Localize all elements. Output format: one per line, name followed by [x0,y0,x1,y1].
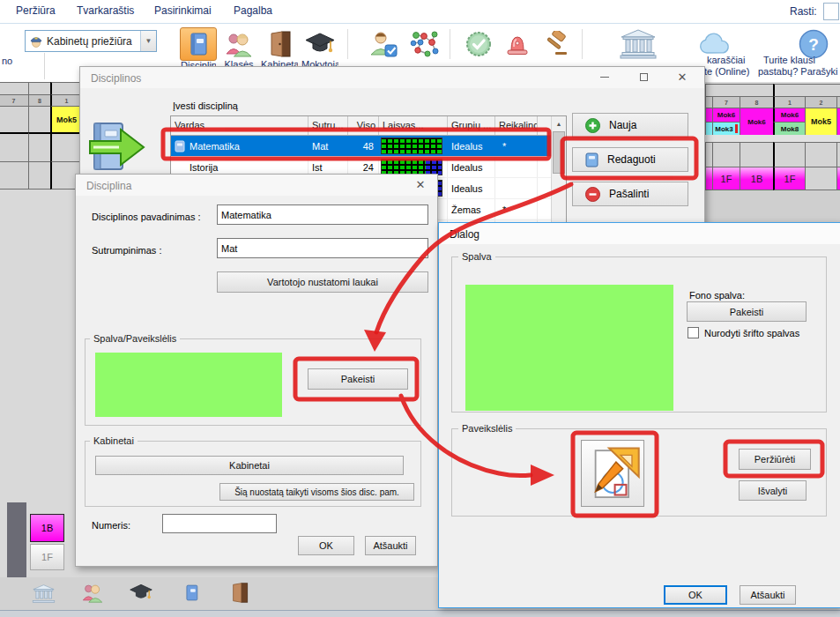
students-icon[interactable] [81,582,104,604]
timetable-cell[interactable]: Mok8 [773,122,806,136]
book-icon [585,152,598,167]
left-caption-fragment: no [2,56,12,66]
subject-color-swatch[interactable] [95,353,282,417]
class-button-1b[interactable]: 1B [30,514,64,542]
graduation-cap-icon [304,31,336,57]
view-picture-button[interactable]: Peržiūrėti [739,449,811,470]
ok-button[interactable]: OK [664,585,727,605]
list-label: Įvesti discipliną [173,100,238,111]
toolbar-rooms-button[interactable]: Kabinetai [261,27,298,61]
picture-group-label: Paveikslėlis [458,423,516,434]
class-button-1f[interactable]: 1F [30,544,64,570]
find-input[interactable] [823,3,839,20]
timetable-cell[interactable]: Mok3 [712,122,740,136]
bank-icon[interactable] [32,584,56,604]
delete-button[interactable]: Pašalinti [572,182,688,206]
chevron-down-icon[interactable]: ▼ [140,31,156,51]
number-input[interactable] [162,514,277,533]
name-label: Disciplinos pavadinimas : [92,212,201,222]
online-caption-line1: karaščiai [707,55,745,65]
molecule-icon [409,30,439,58]
toolbar-supervision-button[interactable] [365,27,402,61]
new-button[interactable]: Nauja [572,113,688,138]
timetable-cell[interactable]: 1F [712,167,740,190]
disciplina-dialog: Disciplina ✕ Disciplinos pavadinimas : S… [75,174,438,567]
menu-pagalba[interactable]: Pagalba [234,4,272,17]
timetable-cell[interactable]: Mok6 [712,108,740,123]
mode-selector-dropdown[interactable]: Kabinetų priežiūra ▼ [25,30,157,52]
change-color-button[interactable]: Pakeisti [308,368,408,390]
toolbar-relations-button[interactable] [405,27,442,61]
toolbar-teachers-button[interactable]: Mokytojai [301,27,338,61]
scroll-up-icon[interactable]: ▲ [552,116,566,130]
abbr-input[interactable] [217,238,428,258]
side-strip [7,502,26,578]
timetable-cell[interactable]: 1F [773,167,806,190]
period-header: 1 [773,96,806,108]
background-color-label: Fono spalva: [689,290,745,301]
menu-tvarkarastis[interactable]: Tvarkaraštis [77,4,134,17]
availability-grid [381,138,442,154]
toolbar-gavel-button[interactable] [538,27,575,61]
timetable-cell[interactable]: Mok6 [773,108,806,123]
table-row[interactable]: Matematika Mat 48 Idealus * [171,136,566,157]
graduation-cap-icon[interactable] [129,583,153,603]
minimize-button[interactable] [590,67,620,86]
color-picture-group-label: Spalva/Paveikslėlis [90,333,180,344]
mode-selector-value: Kabinetų priežiūra [43,35,140,48]
book-icon [175,140,185,152]
font-color-checkbox[interactable] [688,327,699,338]
abbr-label: Sutrumpinimas : [92,245,161,256]
custom-fields-button[interactable]: Vartotojo nustatomi laukai [217,271,428,293]
toolbar-verify-button[interactable] [460,27,497,61]
background-color-swatch[interactable] [465,285,673,411]
bank-icon [619,29,658,59]
name-input[interactable] [217,204,428,225]
toolbar-alert-button[interactable] [499,27,536,61]
timetable-cell[interactable]: 1B [740,167,774,190]
timetable-grid-left: 7 8 1 Mok5 [0,82,80,198]
toolbar-separator [450,29,450,59]
subject-arrow-icon [89,122,145,173]
plus-icon [585,118,600,133]
disciplinos-titlebar[interactable]: Disciplinos ✕ [80,67,704,88]
online-caption-line2: te (Online) [704,66,749,77]
table-header[interactable]: Vardas Sutru... Viso Laisvas... Grupių .… [171,116,566,136]
door-icon[interactable] [229,582,249,604]
change-background-button[interactable]: Pakeisti [687,301,807,322]
period-header: 7 [712,96,740,108]
timetable-cell[interactable]: Mok5 [805,108,837,136]
color-group-label: Spalva [458,251,495,262]
help-caption-line2: pastabų? Parašyki [758,66,838,77]
toolbar-subjects-button[interactable]: Disciplinos [180,27,217,61]
close-button[interactable]: ✕ [405,175,435,194]
cancel-button[interactable]: Atšaukti [365,536,416,555]
toolbar-school-button[interactable] [617,27,659,61]
rooms-button[interactable]: Kabinetai [95,456,404,475]
rooms-group-label: Kabinetai [90,435,138,446]
scrollbar-thumb[interactable] [553,131,565,174]
menu-pasirinkimai[interactable]: Pasirinkimai [154,4,212,17]
table-scrollbar[interactable]: ▲ [551,116,566,229]
font-color-checkbox-label: Nurodyti šrifto spalvas [704,328,799,338]
picture-preview[interactable] [581,440,644,507]
book-icon [185,31,212,57]
maximize-button[interactable] [628,67,658,86]
disciplina-titlebar[interactable]: Disciplina ✕ [76,175,437,196]
ok-button[interactable]: OK [298,536,354,555]
close-button[interactable]: ✕ [667,67,697,86]
edit-button[interactable]: Redaguoti [572,147,688,172]
cancel-button[interactable]: Atšaukti [740,585,796,605]
svg-text:?: ? [808,35,819,54]
caption-separator [44,53,45,79]
timetable-cell[interactable]: Mok5 [50,106,82,133]
disciplinos-title: Disciplinos [91,72,141,85]
book-icon[interactable] [182,584,201,602]
clear-picture-button[interactable]: Išvalyti [739,480,807,501]
gavel-icon [541,31,571,57]
toolbar-classes-button[interactable]: Klasės [220,27,257,61]
timetable-cell[interactable]: Mok6 [740,108,774,136]
apply-all-button[interactable]: Šią nuostatą taikyti visoms šios disc. p… [219,483,414,501]
dialog-titlebar[interactable]: Dialog [439,223,840,244]
menu-perziura[interactable]: Peržiūra [16,4,56,17]
